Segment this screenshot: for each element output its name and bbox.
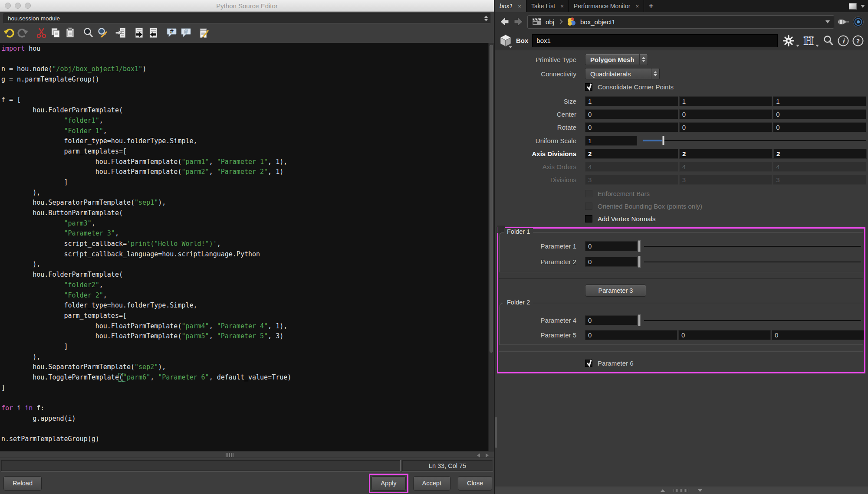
tab-box1[interactable]: box1 × [495, 0, 526, 12]
panel-scrollbar-handle[interactable] [495, 417, 497, 448]
axis-divisions-z-field[interactable] [773, 149, 867, 159]
spinner-icon[interactable] [651, 69, 659, 79]
parameter1-field[interactable] [585, 241, 637, 251]
add-vertex-normals-checkbox[interactable] [585, 215, 592, 222]
paste-icon[interactable] [63, 26, 76, 39]
size-y-field[interactable] [679, 96, 773, 106]
param-row-consolidate: Consolidate Corner Points [495, 83, 868, 91]
back-arrow-icon[interactable] [499, 16, 510, 27]
window-title: Python Source Editor [0, 2, 494, 10]
box-node-icon[interactable] [499, 34, 512, 48]
center-y-field[interactable] [679, 109, 773, 119]
forward-arrow-icon[interactable] [513, 16, 524, 27]
breadcrumb-context[interactable]: obj [546, 18, 554, 26]
find-replace-icon[interactable] [96, 26, 109, 39]
reload-button[interactable]: Reload [3, 476, 42, 491]
path-dropdown-chevron-icon[interactable] [825, 20, 830, 23]
size-z-field[interactable] [773, 96, 866, 106]
parameter2-field[interactable] [585, 257, 637, 267]
close-icon[interactable]: × [560, 3, 564, 10]
close-icon[interactable]: × [636, 3, 639, 10]
close-icon[interactable]: × [518, 3, 521, 10]
parameter3-button[interactable]: Parameter 3 [585, 285, 646, 297]
apply-button[interactable]: Apply [372, 476, 405, 491]
copy-icon[interactable] [49, 26, 62, 39]
tab-take-list[interactable]: Take List × [526, 0, 569, 12]
parameter6-checkbox[interactable] [585, 360, 592, 367]
undo-icon[interactable] [2, 26, 15, 39]
scroll-left-icon[interactable] [477, 453, 480, 458]
parameter5-z-field[interactable] [772, 330, 864, 340]
consolidate-checkbox[interactable] [585, 83, 592, 91]
comment-icon[interactable]: # [165, 26, 178, 39]
editor-horizontal-scrollbar[interactable] [0, 451, 494, 458]
primitive-type-dropdown[interactable]: Polygon Mesh [585, 54, 648, 65]
new-tab-button[interactable]: + [644, 0, 658, 12]
close-button[interactable]: Close [458, 476, 492, 491]
help-icon[interactable]: ? [852, 35, 864, 46]
center-z-field[interactable] [773, 109, 866, 119]
connectivity-dropdown[interactable]: Quadrilaterals [585, 68, 660, 79]
center-x-field[interactable] [585, 109, 678, 119]
spinner-icon[interactable] [639, 54, 648, 65]
indent-icon[interactable] [132, 26, 145, 39]
axis-divisions-x-field[interactable] [585, 149, 678, 159]
pane-menu-chevron-icon[interactable] [861, 5, 865, 8]
edit-notes-icon[interactable] [197, 26, 210, 39]
code-line: ), [1, 352, 494, 363]
parameter1-slider[interactable] [644, 246, 861, 247]
rotate-x-field[interactable] [585, 122, 678, 132]
cut-icon[interactable] [35, 26, 48, 39]
close-window-button[interactable] [5, 3, 11, 9]
pin-icon[interactable] [837, 16, 849, 27]
gear-icon[interactable] [783, 35, 795, 47]
tab-performance-monitor[interactable]: Performance Monitor × [569, 0, 644, 12]
parameter2-ladder-handle[interactable] [638, 256, 641, 268]
node-path-breadcrumb[interactable]: obj box_object1 [527, 15, 834, 29]
radar-link-icon[interactable] [852, 16, 864, 28]
parameter4-ladder-handle[interactable] [638, 314, 641, 326]
goto-line-icon[interactable] [114, 26, 127, 39]
module-selector[interactable]: hou.session module [3, 13, 490, 23]
parameter2-slider[interactable] [644, 262, 861, 262]
divider-down-icon[interactable] [698, 489, 702, 492]
unindent-icon[interactable] [147, 26, 160, 39]
accept-button[interactable]: Accept [413, 476, 450, 491]
parameter4-slider[interactable] [644, 320, 861, 321]
code-line: ), [1, 188, 494, 198]
divider-grip-icon[interactable] [674, 489, 689, 492]
parameter1-ladder-handle[interactable] [638, 240, 641, 252]
parameter5-y-field[interactable] [678, 330, 771, 340]
info-icon[interactable]: i [838, 35, 849, 46]
find-icon[interactable] [82, 26, 95, 39]
editor-vertical-scrollbar[interactable] [488, 43, 494, 451]
module-selector-spinner-icon[interactable] [484, 16, 488, 21]
pane-layout-icon[interactable] [849, 3, 857, 10]
pane-bottom-divider[interactable] [495, 487, 868, 494]
window-titlebar[interactable]: Python Source Editor [0, 0, 494, 12]
code-editor[interactable]: import hou n = hou.node("/obj/box_object… [0, 43, 494, 451]
houdini-logo-icon[interactable]: H [803, 35, 814, 47]
scroll-right-icon[interactable] [486, 453, 489, 458]
rotate-z-field[interactable] [773, 122, 866, 132]
minimize-window-button[interactable] [15, 3, 21, 9]
code-line: f = [ [1, 95, 494, 105]
uncomment-icon[interactable]: # [179, 26, 192, 39]
size-x-field[interactable] [585, 96, 678, 106]
parameter4-field[interactable] [585, 315, 637, 325]
rotate-y-field[interactable] [679, 122, 773, 132]
axis-divisions-y-field[interactable] [679, 149, 773, 159]
node-name-field[interactable] [532, 34, 778, 47]
search-icon[interactable] [822, 35, 834, 46]
uniform-scale-field[interactable] [585, 136, 637, 146]
uniform-scale-slider[interactable] [643, 140, 866, 141]
redo-icon[interactable] [16, 26, 30, 39]
slider-handle[interactable] [662, 136, 664, 145]
divider-up-icon[interactable] [661, 489, 665, 492]
editor-horizontal-scrollbar-handle[interactable] [226, 453, 233, 457]
editor-vertical-scrollbar-handle[interactable] [490, 45, 493, 353]
param-row-parameter4: Parameter 4 [500, 314, 863, 326]
breadcrumb-node[interactable]: box_object1 [580, 18, 615, 26]
parameter5-x-field[interactable] [585, 330, 677, 340]
zoom-window-button[interactable] [25, 3, 31, 9]
